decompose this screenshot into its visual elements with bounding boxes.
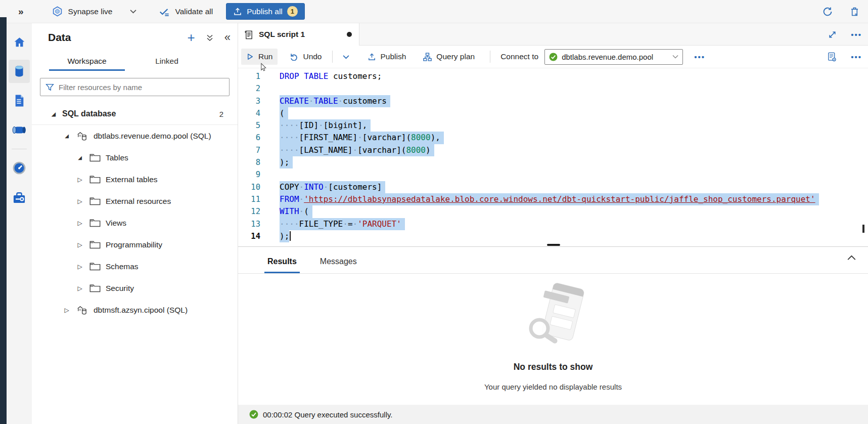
tree-item-security[interactable]: ▷Security — [32, 277, 238, 299]
validate-all-button[interactable]: Validate all — [159, 6, 213, 17]
connection-dropdown[interactable]: dbtlabs.revenue.demo.pool — [544, 49, 683, 65]
collapse-node-icon[interactable]: ◢ — [63, 133, 70, 139]
panel-tabs: Workspace Linked — [47, 53, 238, 71]
expand-node-icon[interactable]: ▷ — [76, 220, 83, 227]
expand-editor-icon[interactable] — [828, 30, 837, 39]
code-line-2[interactable]: 2 — [238, 82, 868, 95]
query-plan-label: Query plan — [436, 52, 475, 61]
tree-item-programmability[interactable]: ▷Programmability — [32, 234, 238, 256]
collapsed-nav-strip[interactable] — [0, 17, 7, 424]
tab-more-actions-button[interactable]: ••• — [851, 30, 862, 39]
publish-all-button[interactable]: Publish all 1 — [226, 3, 305, 20]
expand-node-icon[interactable]: ▷ — [63, 307, 70, 314]
tree-item-views[interactable]: ▷Views — [32, 212, 238, 234]
nav-rail-item-home[interactable] — [9, 30, 30, 54]
collapse-node-icon[interactable]: ◢ — [76, 155, 83, 160]
line-number: 11 — [238, 193, 267, 205]
line-number: 14 — [238, 230, 267, 242]
toolbar-more-button[interactable]: ••• — [694, 53, 705, 61]
tree-item-external-tables[interactable]: ▷External tables — [32, 168, 238, 190]
discard-all-trash-icon[interactable] — [849, 6, 860, 17]
code-line-4[interactable]: 4( — [238, 107, 868, 119]
panel-title: Data — [48, 31, 71, 44]
top-bar: » Synapse live Validate all Publish all … — [0, 0, 868, 23]
nav-rail-item-monitor[interactable] — [9, 156, 30, 180]
tree-item-dbtmsft-azsyn-cipool-sql[interactable]: ▷dbtmsft.azsyn.cipool (SQL) — [32, 299, 238, 321]
code-line-8[interactable]: 8); — [238, 156, 868, 168]
query-status-bar: 00:00:02 Query executed successfully. — [238, 405, 868, 424]
properties-icon[interactable] — [827, 52, 837, 62]
editor-tab-strip: SQL script 1 ••• — [238, 23, 868, 46]
tree-item-dbtlabs-revenue-demo-pool-sql[interactable]: ◢dbtlabs.revenue.demo.pool (SQL) — [32, 125, 238, 147]
code-line-6[interactable]: 6····[FIRST_NAME]·[varchar](8000), — [238, 132, 868, 144]
code-line-5[interactable]: 5····[ID]·[bigint], — [238, 119, 868, 132]
database-icon — [76, 131, 88, 142]
line-number: 4 — [238, 107, 267, 119]
success-check-icon — [249, 410, 258, 419]
tree-item-label: Schemas — [106, 262, 139, 271]
tab-linked[interactable]: Linked — [127, 53, 207, 71]
tree-item-sql-database[interactable]: ◢SQL database2 — [32, 103, 238, 125]
editor-more-button[interactable]: ••• — [851, 53, 862, 61]
tab-sql-script-1[interactable]: SQL script 1 — [238, 23, 359, 46]
nav-rail — [7, 23, 32, 424]
code-line-11[interactable]: 11FROM·'https://dbtlabsynapsedatalake.bl… — [238, 193, 868, 205]
code-line-10[interactable]: 10COPY·INTO·[customers] — [238, 181, 868, 193]
splitter-drag-handle[interactable] — [547, 244, 560, 246]
expand-node-icon[interactable]: ▷ — [76, 241, 83, 248]
collapse-panel-button[interactable]: « — [224, 33, 231, 42]
tab-workspace[interactable]: Workspace — [47, 53, 127, 71]
publish-button[interactable]: Publish — [362, 49, 412, 65]
collapse-results-chevron-icon[interactable] — [847, 255, 856, 261]
line-number: 3 — [238, 95, 267, 107]
nav-rail-item-integrate[interactable] — [9, 118, 30, 142]
query-plan-button[interactable]: Query plan — [418, 49, 480, 65]
code-line-9[interactable]: 9 — [238, 168, 868, 181]
expand-node-icon[interactable]: ▷ — [76, 285, 83, 292]
expand-node-icon[interactable]: ▷ — [76, 263, 83, 270]
expand-all-icon[interactable] — [206, 34, 213, 41]
expand-node-icon[interactable]: ▷ — [76, 176, 83, 183]
code-line-7[interactable]: 7····[LAST_NAME]·[varchar](8000) — [238, 144, 868, 156]
empty-results-title: No results to show — [238, 362, 868, 372]
tab-results[interactable]: Results — [266, 257, 298, 273]
line-number: 8 — [238, 156, 267, 168]
synapse-live-dropdown[interactable]: Synapse live — [52, 6, 137, 17]
code-editor[interactable]: 1DROP TABLE customers;23CREATE·TABLE·cus… — [238, 68, 868, 246]
publish-label: Publish — [381, 52, 406, 61]
expand-sidebar-chevrons-icon[interactable]: » — [18, 6, 24, 17]
query-status-text: 00:00:02 Query executed successfully. — [263, 410, 393, 419]
database-icon — [76, 305, 88, 316]
nav-rail-item-develop[interactable] — [9, 89, 30, 112]
run-button[interactable]: Run — [241, 49, 278, 65]
code-line-1[interactable]: 1DROP TABLE customers; — [238, 70, 868, 82]
tree-item-schemas[interactable]: ▷Schemas — [32, 256, 238, 277]
code-line-14[interactable]: 14); — [238, 230, 868, 242]
sql-script-icon — [244, 29, 254, 40]
refresh-icon[interactable] — [822, 6, 833, 17]
tree-item-label: Programmability — [106, 240, 162, 249]
folder-icon — [89, 262, 101, 271]
code-line-12[interactable]: 12WITH·( — [238, 205, 868, 218]
add-resource-button[interactable]: + — [188, 32, 195, 43]
tree-item-label: dbtlabs.revenue.demo.pool (SQL) — [94, 132, 211, 141]
expand-node-icon[interactable]: ▷ — [76, 198, 83, 205]
tree-item-label: External tables — [106, 175, 158, 184]
collapse-node-icon[interactable]: ◢ — [50, 111, 57, 117]
tree-item-tables[interactable]: ◢Tables — [32, 147, 238, 168]
code-line-13[interactable]: 13····FILE_TYPE·=·'PARQUET' — [238, 218, 868, 230]
editor-toolbar: Run Undo Publish Query plan Connect to — [238, 46, 868, 68]
run-options-chevron[interactable] — [338, 51, 354, 63]
tree-item-external-resources[interactable]: ▷External resources — [32, 190, 238, 212]
code-line-3[interactable]: 3CREATE·TABLE·customers — [238, 95, 868, 107]
code-lines: 1DROP TABLE customers;23CREATE·TABLE·cus… — [238, 70, 868, 242]
connect-to-label: Connect to — [500, 52, 538, 61]
nav-rail-item-data[interactable] — [9, 60, 30, 83]
tab-messages[interactable]: Messages — [319, 257, 358, 273]
undo-button[interactable]: Undo — [285, 49, 327, 65]
chevron-down-icon — [672, 55, 678, 59]
filter-input[interactable] — [59, 83, 224, 92]
nav-rail-item-manage[interactable] — [9, 186, 30, 209]
mode-label: Synapse live — [68, 7, 113, 16]
run-label: Run — [258, 52, 272, 61]
